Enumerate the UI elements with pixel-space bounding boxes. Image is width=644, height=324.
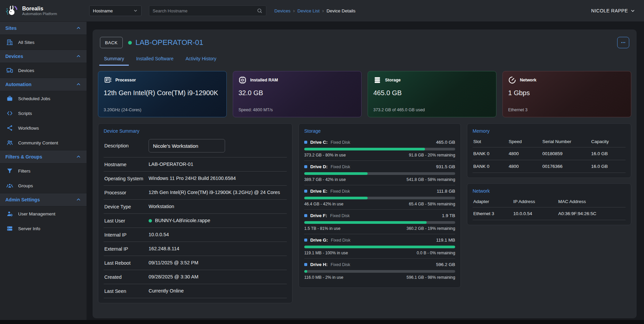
drive-usage-bar [304, 197, 455, 199]
sidebar-section-header[interactable]: Devices [0, 50, 87, 63]
summary-row: Last Seen Currently Online [104, 284, 287, 298]
sidebar-section-header[interactable]: Automation [0, 78, 87, 91]
sidebar-item-label: Server Info [18, 226, 40, 231]
summary-value-text: 09/28/2025 @ 3:30 AM [149, 273, 199, 280]
search-field-select-value: Hostname [93, 8, 113, 13]
drive-header: Drive G: Fixed Disk 119.1 MB [304, 238, 455, 243]
tab[interactable]: Summary [99, 53, 129, 66]
memory-title: Memory [473, 128, 626, 134]
back-button[interactable]: BACK [100, 37, 123, 48]
sidebar-item[interactable]: Scripts [0, 106, 87, 121]
sidebar-section-header[interactable]: Admin Settings [0, 193, 87, 206]
drive-row: Drive H: Fixed Disk 596.2 GB 116.0 MB - … [304, 259, 455, 283]
tab[interactable]: Installed Software [131, 53, 178, 66]
gauge-icon [508, 76, 516, 84]
drive-type: Fixed Disk [331, 238, 351, 243]
summary-row: Last Reboot 09/11/2025 @ 3:52 PM [104, 256, 287, 270]
drive-remaining-text: 65.4 GB - 58% remaining [409, 202, 455, 206]
stat-card-label: Storage [385, 78, 401, 82]
sidebar-item[interactable]: All Sites [0, 35, 87, 50]
drive-type: Fixed Disk [331, 262, 350, 267]
user-name: NICOLE RAPPE [591, 8, 628, 13]
tab-bar: Summary Installed Software Activity Hist… [98, 53, 631, 66]
drive-header: Drive F: Fixed Disk 1.9 TB [304, 213, 455, 218]
stat-card-header: Storage [373, 76, 491, 84]
memory-panel: Memory Slot Speed Serial Number Capacity… [467, 123, 631, 178]
drive-row: Drive F: Fixed Disk 1.9 TB 1.5 TB - 81% … [304, 210, 455, 234]
sidebar-item[interactable]: Server Info [0, 221, 87, 236]
network-col-ip: IP Address [513, 199, 558, 204]
stat-card-value: 12th Gen Intel(R) Core(TM) i9-12900K [104, 89, 221, 97]
summary-row-label: Hostname [104, 162, 144, 167]
summary-row-value: BUNNY-LAB\nicole.rappe [149, 217, 286, 224]
stat-card-value: 465.0 GB [373, 89, 491, 97]
sidebar-section-header[interactable]: Filters & Groups [0, 150, 87, 164]
sidebar-item-label: Workflows [18, 126, 39, 131]
summary-row-value: 09/28/2025 @ 3:30 AM [149, 273, 286, 280]
memory-speed: 4800 [508, 164, 542, 169]
description-input[interactable] [149, 139, 225, 152]
search-input[interactable] [153, 8, 257, 13]
sidebar-item[interactable]: User Management [0, 206, 87, 221]
memory-col-serial: Serial Number [542, 139, 591, 144]
sidebar-item-label: Scripts [18, 111, 32, 116]
breadcrumb-item: Device List › [298, 8, 327, 13]
drive-usage-text: 46.4 GB - 42% in use 65.4 GB - 58% remai… [304, 202, 455, 206]
summary-value-text: 09/11/2025 @ 3:52 PM [149, 259, 198, 266]
memory-col-capacity: Capacity [591, 139, 625, 144]
drive-usage-bar [304, 148, 455, 150]
drive-type: Fixed Disk [331, 140, 350, 145]
brand-subtitle: Automation Platform [22, 12, 57, 16]
more-actions-button[interactable] [617, 37, 629, 48]
drive-size: 465.0 GB [436, 140, 455, 145]
summary-row-label: Last Seen [104, 288, 144, 294]
breadcrumb-link[interactable]: Device Details [326, 8, 355, 13]
breadcrumb-link[interactable]: Devices [274, 8, 290, 13]
sidebar-item[interactable]: Filters [0, 164, 87, 178]
user-gear-icon [6, 210, 13, 217]
sidebar-section-label: Automation [5, 82, 32, 87]
sidebar-item[interactable]: Devices [0, 63, 87, 78]
network-row: Ethernet 3 10.0.0.54 A0:36:9F:94:26:5C [473, 207, 626, 220]
brand-text: Borealis Automation Platform [22, 6, 57, 16]
chevron-down-icon [630, 8, 635, 13]
ram-icon [238, 76, 247, 84]
sidebar-item[interactable]: Community Content [0, 135, 87, 150]
drive-bullet-icon [304, 190, 307, 193]
search-field-select[interactable]: Hostname [89, 5, 142, 16]
summary-value-text: 12th Gen Intel(R) Core(TM) i9-12900K (3.… [149, 189, 280, 196]
device-summary-title: Device Summary [104, 128, 287, 134]
drive-usage-fill [304, 246, 455, 248]
breadcrumb: Devices › Device List › Device Details › [274, 8, 356, 13]
brand: Borealis Automation Platform [0, 4, 87, 18]
storage-panel: Storage Drive C: Fixed Disk 465.0 GB [299, 123, 461, 288]
breadcrumb-separator-icon: › [322, 8, 324, 13]
chevron-down-icon [133, 8, 138, 13]
drive-size: 119.1 MB [436, 238, 455, 243]
summary-value-text: Currently Online [149, 287, 184, 295]
stat-card-label: Installed RAM [250, 78, 278, 82]
code-icon [6, 110, 13, 117]
sidebar-item-label: Filters [18, 169, 31, 174]
search-icon[interactable] [257, 8, 263, 14]
user-menu[interactable]: NICOLE RAPPE [591, 8, 635, 13]
summary-value-text: BUNNY-LAB\nicole.rappe [155, 217, 210, 224]
drive-bullet-icon [304, 165, 307, 168]
sidebar-item[interactable]: Groups [0, 178, 87, 193]
summary-row-value: Currently Online [149, 287, 286, 295]
sidebar-item[interactable]: Scheduled Jobs [0, 91, 87, 106]
summary-row: External IP 162.248.8.114 [104, 242, 287, 256]
cpu-icon [104, 76, 112, 84]
drive-name: Drive C: [310, 140, 328, 145]
horizontal-scrollbar[interactable] [0, 320, 644, 324]
drive-row: Drive E: Fixed Disk 111.8 GB 46.4 GB - 4… [304, 185, 455, 210]
breadcrumb-link[interactable]: Device List [298, 8, 320, 13]
drive-row: Drive C: Fixed Disk 465.0 GB 373.2 GB - … [304, 136, 455, 161]
memory-serial: 00180859 [542, 151, 591, 156]
summary-row-value: Workstation [149, 203, 286, 210]
tab[interactable]: Activity History [181, 53, 221, 66]
sidebar-section-header[interactable]: Sites [0, 21, 87, 35]
drive-remaining-text: 596.1 GB - 98% remaining [407, 275, 455, 280]
sidebar-item[interactable]: Workflows [0, 121, 87, 135]
network-mac: A0:36:9F:94:26:5C [558, 211, 625, 216]
